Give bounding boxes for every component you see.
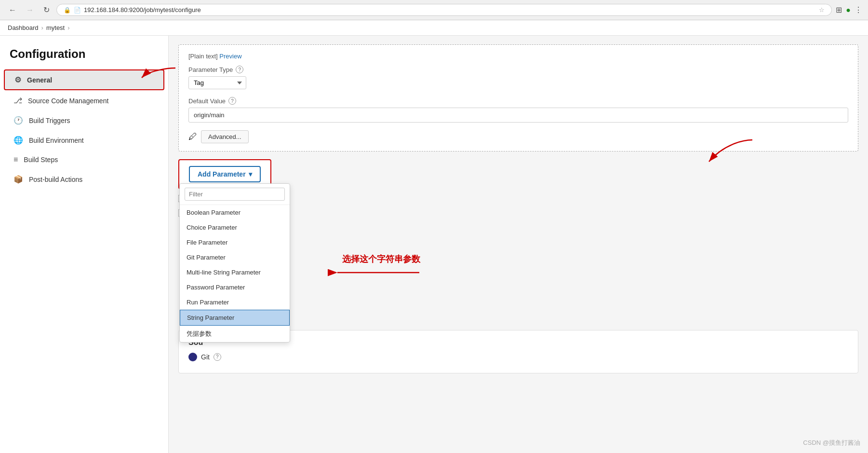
sidebar-label-build-triggers: Build Triggers: [29, 117, 70, 124]
dropdown-item-git[interactable]: Git Parameter: [180, 250, 290, 265]
browser-actions: ⊞ ● ⋮: [836, 5, 862, 14]
default-value-help-icon[interactable]: ?: [228, 97, 236, 105]
advanced-button[interactable]: Advanced...: [201, 130, 249, 143]
dropdown-item-string[interactable]: String Parameter: [180, 310, 290, 326]
sidebar-item-build-triggers[interactable]: 🕐 Build Triggers: [4, 111, 164, 130]
param-type-help-icon[interactable]: ?: [236, 66, 243, 73]
git-radio-button[interactable]: [188, 353, 197, 361]
add-parameter-button[interactable]: Add Parameter ▾: [189, 166, 261, 182]
plain-text-label: [Plain text]: [188, 53, 218, 60]
source-code-icon: ⎇: [13, 96, 22, 105]
sidebar-label-post-build: Post-build Actions: [29, 176, 82, 183]
main-content: [Plain text] Preview Parameter Type ? Br…: [169, 36, 868, 453]
sidebar-item-post-build[interactable]: 📦 Post-build Actions: [4, 170, 164, 189]
post-build-icon: 📦: [13, 175, 23, 184]
dropdown-item-choice[interactable]: Choice Parameter: [180, 220, 290, 235]
dropdown-item-run[interactable]: Run Parameter: [180, 295, 290, 310]
parameter-type-label: Parameter Type ?: [188, 66, 848, 73]
default-value-group: Default Value ?: [188, 97, 848, 123]
breadcrumb-sep1: ›: [41, 24, 43, 31]
default-value-label: Default Value ?: [188, 97, 848, 105]
sidebar-item-source-code[interactable]: ⎇ Source Code Management: [4, 91, 164, 110]
sidebar-label-source-code: Source Code Management: [28, 97, 108, 105]
page-wrapper: Dashboard › mytest › Configuration ⚙ Gen…: [0, 20, 868, 453]
build-steps-icon: ≡: [13, 155, 18, 164]
annotation-string-param: 选择这个字符串参数: [342, 253, 420, 265]
default-value-input[interactable]: [188, 108, 848, 123]
sidebar-label-build-environment: Build Environment: [29, 137, 84, 144]
sidebar-label-build-steps: Build Steps: [24, 156, 58, 164]
forward-button[interactable]: →: [23, 5, 37, 15]
sidebar-label-general: General: [27, 76, 52, 84]
sidebar: Configuration ⚙ General: [0, 36, 169, 453]
star-icon[interactable]: ☆: [819, 6, 825, 14]
dropdown-item-file[interactable]: File Parameter: [180, 235, 290, 250]
breadcrumb-dashboard[interactable]: Dashboard: [8, 24, 39, 31]
dropdown-item-password[interactable]: Password Parameter: [180, 280, 290, 295]
git-help-icon[interactable]: ?: [214, 353, 221, 361]
extensions-icon[interactable]: ⊞: [836, 5, 842, 14]
advanced-icon: 🖊: [188, 132, 197, 142]
add-parameter-wrapper: Add Parameter ▾ Boolean Parameter Choice…: [178, 159, 858, 219]
dropdown-filter-row: [180, 184, 290, 205]
sidebar-title: Configuration: [0, 43, 168, 69]
dropdown-item-boolean[interactable]: Boolean Parameter: [180, 205, 290, 220]
security-icon: 🔒: [64, 7, 71, 14]
git-param-section: [Plain text] Preview Parameter Type ? Br…: [178, 44, 858, 151]
sidebar-item-general[interactable]: ⚙ General: [4, 69, 164, 90]
breadcrumb-mytest[interactable]: mytest: [46, 24, 65, 31]
profile-icon[interactable]: ●: [846, 6, 851, 14]
dropdown-caret-icon: ▾: [249, 170, 252, 178]
browser-chrome: ← → ↻ 🔒 📄 192.168.184.80:9200/job/mytest…: [0, 0, 868, 20]
dropdown-item-credentials[interactable]: 凭据参数: [180, 326, 290, 342]
add-param-section: Add Parameter ▾ Boolean Parameter Choice…: [178, 159, 271, 189]
plain-text-row: [Plain text] Preview: [188, 53, 848, 60]
add-parameter-dropdown: Boolean Parameter Choice Parameter File …: [179, 183, 290, 343]
sidebar-item-build-steps[interactable]: ≡ Build Steps: [4, 151, 164, 169]
build-environment-icon: 🌐: [13, 136, 23, 145]
advanced-row: 🖊 Advanced...: [188, 130, 848, 143]
parameter-type-group: Parameter Type ? Branch Tag Revision Pul…: [188, 66, 848, 89]
menu-icon[interactable]: ⋮: [855, 5, 862, 14]
sidebar-item-build-environment[interactable]: 🌐 Build Environment: [4, 131, 164, 150]
git-label: Git: [201, 353, 210, 361]
address-bar[interactable]: 🔒 📄 192.168.184.80:9200/job/mytest/confi…: [56, 4, 832, 16]
dropdown-filter-input[interactable]: [185, 188, 285, 201]
build-triggers-icon: 🕐: [13, 116, 23, 125]
general-icon: ⚙: [14, 75, 21, 84]
watermark: CSDN @摸鱼打酱油: [803, 439, 860, 447]
preview-link[interactable]: Preview: [219, 53, 241, 60]
page-body: Configuration ⚙ General: [0, 36, 868, 453]
page-icon: 📄: [74, 7, 81, 14]
breadcrumb: Dashboard › mytest ›: [0, 20, 868, 36]
back-button[interactable]: ←: [6, 5, 19, 15]
parameter-type-select[interactable]: Branch Tag Revision Pull Request: [188, 76, 246, 89]
reload-button[interactable]: ↻: [40, 4, 53, 15]
git-radio-row: Git ?: [188, 353, 848, 361]
app-container: ← → ↻ 🔒 📄 192.168.184.80:9200/job/mytest…: [0, 0, 868, 453]
dropdown-item-multiline[interactable]: Multi-line String Parameter: [180, 265, 290, 280]
breadcrumb-sep2: ›: [67, 24, 69, 31]
url-text: 192.168.184.80:9200/job/mytest/configure: [84, 6, 816, 14]
